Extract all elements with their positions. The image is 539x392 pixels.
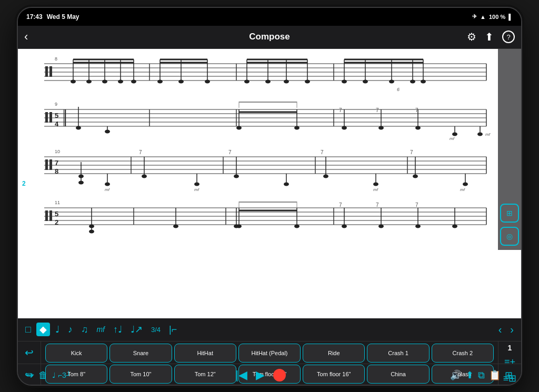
svg-rect-105 bbox=[45, 159, 48, 170]
svg-rect-70 bbox=[239, 102, 297, 103]
note-tool[interactable]: ◆ bbox=[36, 323, 50, 336]
svg-point-137 bbox=[463, 182, 468, 186]
select-tool[interactable]: □ bbox=[22, 322, 34, 337]
svg-rect-154 bbox=[239, 202, 297, 203]
note-group[interactable]: ♩↗ bbox=[127, 321, 146, 337]
svg-point-47 bbox=[389, 79, 394, 83]
svg-text:10: 10 bbox=[55, 149, 60, 154]
score-content: ⊞ ◎ 2 8 bbox=[18, 49, 521, 318]
playback-right: 🔊 ⬆ ⧉ 📋 ⊞ bbox=[450, 369, 513, 381]
svg-point-45 bbox=[342, 79, 347, 83]
trash-button[interactable]: 🗑 bbox=[38, 370, 48, 381]
mixer-button[interactable]: ⊞ bbox=[500, 204, 519, 223]
svg-point-27 bbox=[205, 79, 210, 83]
date: Wed 5 May bbox=[47, 13, 79, 21]
erase-button[interactable]: ✏ bbox=[26, 369, 34, 381]
svg-point-84 bbox=[378, 126, 384, 129]
settings-icon[interactable]: ⚙ bbox=[467, 31, 476, 43]
svg-rect-61 bbox=[45, 112, 48, 123]
back-button[interactable]: ‹ bbox=[24, 30, 28, 44]
eighth-note[interactable]: ♪ bbox=[65, 322, 76, 337]
svg-text:5: 5 bbox=[55, 210, 58, 218]
barline-tool[interactable]: |⌐ bbox=[166, 322, 180, 337]
svg-point-180 bbox=[452, 224, 457, 228]
note-duration[interactable]: ♩ ⌐3┘ bbox=[52, 371, 72, 379]
svg-point-132 bbox=[284, 182, 289, 186]
svg-point-122 bbox=[323, 174, 328, 178]
transpose-icon[interactable]: ⬆ bbox=[466, 369, 474, 381]
svg-point-134 bbox=[373, 182, 378, 186]
crash2-button[interactable]: Crash 2 bbox=[432, 344, 494, 363]
kick-button[interactable]: Kick bbox=[45, 344, 107, 363]
nav-left: ‹ bbox=[24, 30, 28, 44]
svg-text:7: 7 bbox=[376, 107, 379, 113]
hihat-pedal-button[interactable]: HitHat (Pedal) bbox=[238, 344, 301, 363]
section-number: 2 bbox=[22, 180, 26, 187]
prev-arrow[interactable]: ‹ bbox=[495, 321, 505, 338]
svg-point-68 bbox=[76, 126, 81, 129]
svg-point-74 bbox=[236, 126, 242, 129]
svg-text:mf: mf bbox=[450, 136, 455, 141]
svg-text:mf: mf bbox=[460, 187, 465, 192]
rewind-button[interactable]: |◀ bbox=[236, 368, 248, 382]
status-bar: 17:43 Wed 5 May ✈ ▲ 100 % ▌ bbox=[18, 8, 521, 26]
svg-point-16 bbox=[86, 79, 92, 83]
time: 17:43 bbox=[26, 13, 43, 21]
svg-point-35 bbox=[265, 79, 271, 83]
svg-point-168 bbox=[294, 224, 300, 228]
voice-icon[interactable]: 🔊 bbox=[450, 369, 462, 381]
score-svg: 8 bbox=[28, 49, 492, 307]
snare-button[interactable]: Snare bbox=[109, 344, 172, 363]
paste-icon[interactable]: 📋 bbox=[489, 369, 501, 381]
sixteenth-note[interactable]: ♫ bbox=[78, 322, 92, 337]
status-right: ✈ ▲ 100 % ▌ bbox=[472, 13, 513, 20]
airplane-icon: ✈ bbox=[472, 13, 477, 20]
svg-point-176 bbox=[378, 224, 384, 228]
wifi-icon: ▲ bbox=[480, 14, 486, 20]
copy-icon[interactable]: ⧉ bbox=[478, 370, 485, 381]
svg-text:7: 7 bbox=[228, 149, 232, 155]
record-button[interactable] bbox=[273, 369, 286, 381]
battery-icon: ▌ bbox=[508, 14, 513, 20]
metronome-button[interactable]: ◎ bbox=[500, 227, 519, 246]
playback-bar: ✏ 🗑 ♩ ⌐3┘ |◀ ▶ 🔊 ⬆ ⧉ 📋 ⊞ bbox=[18, 364, 521, 386]
svg-text:mf: mf bbox=[194, 187, 199, 192]
hihat-button[interactable]: HitHat bbox=[174, 344, 236, 363]
svg-point-174 bbox=[342, 224, 347, 228]
bottom-area: □ ◆ ♩ ♪ ♫ mf ↑♩ ♩↗ 3/4 |⌐ ‹ › ↩ ↪ bbox=[18, 318, 521, 386]
svg-point-120 bbox=[234, 174, 239, 178]
page-number: 1 bbox=[508, 344, 512, 352]
nav-bar: ‹ Compose ⚙ ⬆ ? bbox=[18, 26, 521, 49]
dynamic-mf[interactable]: mf bbox=[93, 323, 108, 336]
crash1-button[interactable]: Crash 1 bbox=[367, 344, 429, 363]
svg-point-37 bbox=[305, 79, 310, 83]
svg-text:11: 11 bbox=[55, 200, 60, 205]
quarter-note[interactable]: ♩ bbox=[52, 321, 63, 337]
accent-up[interactable]: ↑♩ bbox=[110, 321, 125, 337]
svg-point-34 bbox=[244, 79, 249, 83]
layout-icon[interactable]: ⊞ bbox=[505, 369, 513, 381]
svg-text:7: 7 bbox=[415, 202, 418, 208]
undo-button[interactable]: ↩ bbox=[25, 346, 34, 359]
svg-rect-62 bbox=[49, 112, 52, 123]
svg-point-160 bbox=[89, 229, 94, 233]
svg-text:8: 8 bbox=[55, 56, 57, 62]
svg-rect-151 bbox=[49, 210, 52, 221]
next-arrow[interactable]: › bbox=[507, 321, 517, 338]
time-sig-tool[interactable]: 3/4 bbox=[148, 324, 164, 336]
ride-button[interactable]: Ride bbox=[303, 344, 365, 363]
svg-point-86 bbox=[415, 126, 421, 129]
svg-text:7: 7 bbox=[321, 149, 324, 155]
svg-point-18 bbox=[118, 79, 123, 83]
svg-point-129 bbox=[194, 182, 199, 186]
play-button[interactable]: ▶ bbox=[256, 368, 265, 382]
svg-text:4: 4 bbox=[55, 120, 59, 128]
share-icon[interactable]: ⬆ bbox=[485, 31, 494, 43]
svg-text:8: 8 bbox=[55, 167, 58, 175]
playback-left: ✏ 🗑 ♩ ⌐3┘ bbox=[26, 369, 72, 381]
svg-text:9: 9 bbox=[55, 102, 57, 107]
svg-point-94 bbox=[477, 132, 483, 136]
help-icon[interactable]: ? bbox=[502, 31, 515, 43]
drum-row-1: Kick Snare HitHat HitHat (Pedal) Ride Cr… bbox=[45, 344, 494, 363]
svg-point-116 bbox=[78, 180, 84, 184]
